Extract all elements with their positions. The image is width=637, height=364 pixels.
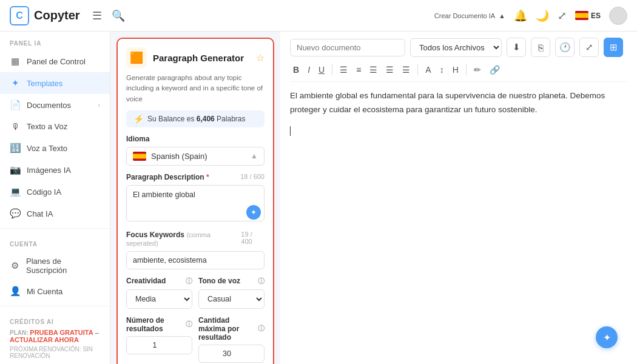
sidebar-item-imagenes[interactable]: 📷 Imágenes IA	[0, 159, 110, 181]
align-right-button[interactable]: ☰	[366, 63, 380, 76]
user-avatar[interactable]	[609, 7, 627, 25]
ai-fab-button[interactable]: ✦	[596, 326, 618, 348]
tool-card: 🟧 Paragraph Generator ☆ Generate paragra…	[116, 38, 274, 364]
required-marker: *	[206, 173, 209, 181]
sidebar-label-templates: Templates	[27, 79, 62, 88]
toolbar-download-icon[interactable]: ⬇	[507, 38, 526, 57]
char-count: 18 / 600	[240, 173, 265, 181]
align-center-button[interactable]: ≡	[353, 63, 364, 76]
sidebar-item-voz-texto[interactable]: 🔢 Voz a Texto	[0, 137, 110, 159]
svg-rect-1	[575, 13, 588, 18]
toolbar-share-icon[interactable]: ⤢	[579, 38, 599, 57]
logo-text: Copyter	[34, 8, 80, 22]
creditos-label: CRÉDITOS AI	[0, 310, 110, 329]
cantidad-info-icon[interactable]: ⓘ	[258, 324, 265, 333]
tool-description: Generate paragraphs about any topic incl…	[126, 73, 265, 104]
sidebar-label-texto-voz: Texto a Voz	[27, 122, 67, 131]
star-icon[interactable]: ☆	[256, 52, 265, 64]
document-icon: 📄	[10, 99, 21, 110]
sidebar-item-panel-control[interactable]: ▦ Panel de Control	[0, 50, 110, 72]
cantidad-maxima-label: Cantidad máxima por resultado ⓘ	[198, 316, 265, 342]
chevron-up-icon: ▲	[499, 12, 505, 19]
topnav: C Copyter ☰ 🔍 Crear Documento IA ▲ 🔔 🌙 ⤢…	[0, 0, 637, 32]
sidebar-item-documentos[interactable]: 📄 Documentos ›	[0, 94, 110, 116]
sidebar: PANEL IA ▦ Panel de Control ✦ Templates …	[0, 32, 110, 364]
chat-icon: 💬	[10, 208, 21, 219]
mic-icon: 🎙	[10, 121, 21, 132]
pen-button[interactable]: ✏	[471, 63, 484, 76]
heading-button[interactable]: H	[450, 63, 462, 76]
creatividad-label: Creatividad ⓘ	[126, 277, 192, 286]
cuenta-section-label: CUENTA	[0, 232, 110, 251]
numero-info-icon[interactable]: ⓘ	[186, 320, 192, 329]
balance-bar: ⚡ Su Balance es 6,406 Palabras	[126, 110, 265, 127]
toolbar-active-icon[interactable]: ⊞	[604, 38, 623, 57]
sidebar-label-documentos: Documentos	[27, 101, 71, 110]
sidebar-label-planes: Planes de Suscripción	[26, 257, 100, 275]
right-toolbar: Todos los Archivos ⬇ ⎘ 🕐 ⤢ ⊞	[290, 38, 627, 57]
sidebar-item-codigo[interactable]: 💻 Código IA	[0, 181, 110, 203]
logo[interactable]: C Copyter	[10, 6, 80, 25]
balance-value: 6,406	[197, 115, 215, 123]
toolbar-history-icon[interactable]: 🕐	[555, 38, 575, 57]
archive-select[interactable]: Todos los Archivos	[410, 38, 502, 57]
subscription-icon: ⚙	[10, 260, 20, 271]
sidebar-label-imagenes: Imágenes IA	[27, 166, 71, 175]
link-button[interactable]: 🔗	[487, 63, 503, 76]
idioma-field-group: Idioma Spanish (Spain) ▲	[126, 135, 265, 166]
toolbar-copy-icon[interactable]: ⎘	[531, 38, 550, 57]
sidebar-item-texto-voz[interactable]: 🎙 Texto a Voz	[0, 116, 110, 137]
underline-button[interactable]: U	[315, 63, 328, 76]
upgrade-link[interactable]: ACTUALIZAR AHORA	[10, 336, 79, 343]
lang-code-text: ES	[591, 12, 601, 20]
creatividad-field-group: Creatividad ⓘ Media Baja Alta	[126, 277, 192, 309]
lang-left: Spanish (Spain)	[133, 152, 207, 161]
doc-name-input[interactable]	[290, 39, 405, 56]
creatividad-label-text: Creatividad	[126, 277, 166, 286]
sidebar-item-chat[interactable]: 💬 Chat IA	[0, 203, 110, 224]
italic-button[interactable]: I	[305, 63, 313, 76]
search-icon[interactable]: 🔍	[112, 9, 125, 22]
font-color-button[interactable]: A	[422, 63, 434, 76]
tono-info-icon[interactable]: ⓘ	[258, 277, 265, 286]
align-left-button[interactable]: ☰	[337, 63, 351, 76]
editor-area[interactable]: El ambiente global es fundamental para l…	[290, 89, 627, 358]
ai-assist-icon[interactable]: ✦	[246, 205, 261, 220]
line-height-button[interactable]: ↕	[437, 63, 447, 76]
creatividad-info-icon[interactable]: ⓘ	[186, 277, 192, 286]
language-value-text: Spanish (Spain)	[151, 152, 207, 161]
list-button[interactable]: ☰	[399, 63, 413, 76]
expand-icon[interactable]: ⤢	[558, 9, 567, 22]
cantidad-maxima-field: Cantidad máxima por resultado ⓘ	[198, 316, 265, 363]
creatividad-tono-row: Creatividad ⓘ Media Baja Alta Tono de vo…	[126, 277, 265, 309]
sidebar-item-mi-cuenta[interactable]: 👤 Mi Cuenta	[0, 280, 110, 302]
sidebar-item-templates[interactable]: ✦ Templates	[0, 72, 110, 94]
language-select[interactable]: Spanish (Spain) ▲	[126, 147, 265, 166]
format-separator-2	[417, 64, 418, 75]
grid-icon: ▦	[10, 56, 21, 67]
tono-select[interactable]: Casual Formal Técnico	[198, 289, 265, 309]
dark-mode-icon[interactable]: 🌙	[536, 9, 549, 22]
align-justify-button[interactable]: ☰	[383, 63, 397, 76]
notifications-icon[interactable]: 🔔	[514, 9, 527, 22]
creatividad-select[interactable]: Media Baja Alta	[126, 289, 192, 309]
numero-resultados-input[interactable]	[126, 336, 192, 354]
sidebar-label-voz-texto: Voz a Texto	[27, 144, 67, 153]
sidebar-item-planes[interactable]: ⚙ Planes de Suscripción	[0, 251, 110, 280]
language-badge[interactable]: ES	[575, 11, 601, 20]
left-panel: 🟧 Paragraph Generator ☆ Generate paragra…	[110, 32, 280, 364]
tool-icon: 🟧	[126, 47, 147, 68]
format-separator-1	[332, 64, 332, 75]
sidebar-label-panel-control: Panel de Control	[27, 57, 86, 66]
tono-field-group: Tono de voz ⓘ Casual Formal Técnico	[198, 277, 265, 309]
cantidad-maxima-input[interactable]	[198, 345, 265, 363]
focus-keywords-input[interactable]	[126, 251, 265, 269]
focus-keywords-label: Focus Keywords (comma seperated) 19 / 40…	[126, 231, 265, 248]
crear-documento-button[interactable]: Crear Documento IA ▲	[434, 12, 505, 19]
numero-resultados-field: Número de resultados ⓘ	[126, 316, 192, 363]
menu-icon[interactable]: ☰	[92, 9, 102, 22]
bold-button[interactable]: B	[290, 63, 302, 76]
panel-ia-section-label: PANEL IA	[0, 32, 110, 50]
paragraph-desc-textarea[interactable]	[126, 185, 265, 221]
paragraph-desc-label: Paragraph Description * 18 / 600	[126, 173, 265, 181]
